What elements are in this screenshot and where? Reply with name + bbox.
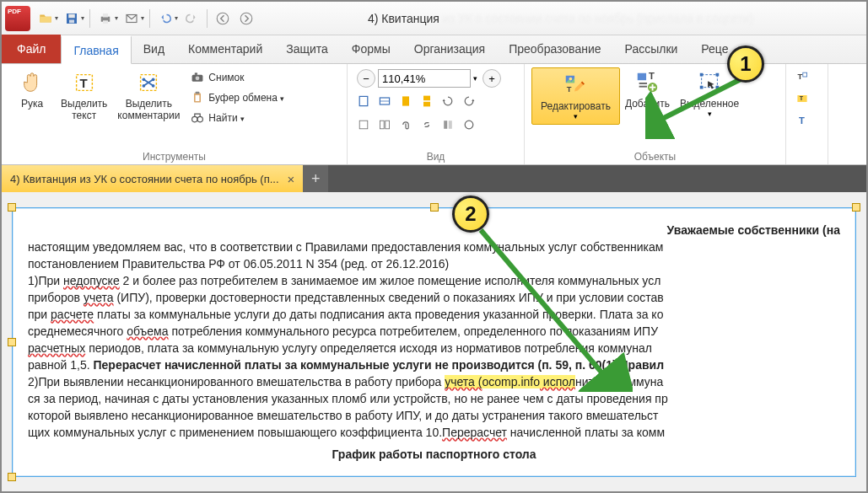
svg-rect-2 — [69, 19, 74, 23]
view-btn-c[interactable] — [439, 115, 457, 134]
svg-point-17 — [196, 76, 200, 80]
layout-continuous-button[interactable] — [418, 92, 436, 110]
svg-rect-18 — [195, 72, 197, 74]
group-label: Инструменты — [8, 149, 340, 163]
zoom-out-button[interactable]: − — [357, 69, 375, 88]
window-title: 4) Квитанция из УК о состоянии счета по … — [258, 12, 863, 25]
misc-button-b[interactable]: T — [793, 89, 811, 108]
svg-rect-49 — [803, 72, 807, 77]
qat-undo-button[interactable] — [155, 8, 175, 29]
misc-button-c[interactable]: T — [793, 111, 811, 130]
chevron-down-icon: ▾ — [240, 115, 245, 123]
select-comments-button[interactable]: Выделить комментарии — [112, 67, 185, 123]
svg-rect-20 — [196, 92, 200, 94]
qat-print-button[interactable] — [95, 8, 116, 29]
chevron-down-icon: ▾ — [81, 14, 84, 22]
edit-objects-button[interactable]: T Редактировать ▾ — [531, 67, 620, 125]
rotate-left-button[interactable] — [439, 92, 457, 110]
selection-handle[interactable] — [8, 338, 16, 346]
tab-organize[interactable]: Организация — [402, 35, 497, 63]
tab-protect[interactable]: Защита — [274, 35, 340, 63]
tab-comment[interactable]: Комментарий — [176, 35, 274, 63]
svg-rect-24 — [359, 96, 368, 105]
app-icon — [5, 6, 30, 31]
svg-rect-4 — [103, 13, 108, 18]
zoom-in-button[interactable]: + — [483, 69, 501, 88]
chevron-down-icon: ▾ — [55, 14, 58, 22]
qat-save-button[interactable] — [62, 8, 82, 29]
svg-rect-5 — [103, 20, 108, 24]
svg-rect-1 — [68, 13, 75, 18]
view-btn-a[interactable] — [354, 115, 373, 134]
tab-view[interactable]: Вид — [132, 35, 176, 63]
doc-line: ся за период, начиная с даты установлени… — [28, 390, 840, 407]
chevron-down-icon: ▾ — [574, 112, 578, 121]
doc-line: расчетных периодов, плата за коммунальну… — [28, 340, 840, 356]
rotate-right-button[interactable] — [460, 92, 478, 110]
document-tab[interactable]: 4) Квитанция из УК о состоянии счета по … — [2, 165, 303, 192]
tab-home[interactable]: Главная — [61, 35, 131, 64]
selection-handle[interactable] — [852, 203, 860, 212]
attach-button[interactable] — [396, 115, 415, 134]
group-label: Объекты — [531, 149, 779, 163]
page-selection-frame[interactable]: Уважаемые собственники (на настоящим уве… — [12, 207, 856, 477]
edit-icon: T — [562, 72, 589, 99]
svg-rect-29 — [359, 121, 368, 129]
view-btn-d[interactable] — [460, 115, 478, 134]
chevron-down-icon: ▾ — [280, 94, 284, 103]
qat-redo-button[interactable] — [181, 8, 202, 29]
selection-handle[interactable] — [430, 203, 439, 212]
callout-badge-1: 1 — [727, 46, 764, 83]
tab-mailings[interactable]: Рассылки — [613, 35, 690, 63]
qat-open-button[interactable] — [35, 8, 56, 29]
group-tools: Рука T Выделить текст Выделить комментар… — [2, 64, 348, 164]
selection-icon — [696, 69, 723, 96]
selection-handle[interactable] — [8, 203, 16, 212]
svg-rect-21 — [196, 95, 200, 101]
tab-file[interactable]: Файл — [2, 35, 61, 63]
svg-rect-33 — [449, 121, 452, 129]
find-button[interactable]: Найти ▾ — [190, 109, 284, 127]
fit-width-button[interactable] — [375, 92, 394, 110]
svg-rect-45 — [716, 73, 720, 77]
select-text-button[interactable]: T Выделить текст — [56, 67, 112, 123]
document-area[interactable]: Уважаемые собственники (на настоящим уве… — [2, 192, 866, 491]
new-tab-button[interactable]: + — [303, 165, 328, 192]
svg-point-15 — [152, 84, 155, 88]
hand-tool-button[interactable]: Рука — [8, 67, 56, 111]
add-object-button[interactable]: T Добавить ▾ — [620, 67, 675, 120]
layout-single-button[interactable] — [396, 92, 415, 110]
selection-handle[interactable] — [8, 473, 16, 481]
zoom-input[interactable] — [378, 69, 471, 88]
page-text[interactable]: Уважаемые собственники (на настоящим уве… — [28, 222, 840, 468]
qat-next-button[interactable] — [236, 8, 256, 29]
svg-rect-28 — [423, 102, 430, 107]
snapshot-button[interactable]: Снимок — [190, 68, 284, 87]
clipboard-icon — [190, 90, 205, 105]
doc-line: 2)При выявлении несанкционированного вме… — [28, 373, 840, 390]
view-btn-b[interactable] — [375, 115, 394, 134]
chevron-down-icon[interactable]: ▾ — [473, 74, 477, 83]
svg-rect-30 — [380, 121, 384, 129]
tab-convert[interactable]: Преобразование — [497, 35, 612, 63]
svg-rect-47 — [716, 86, 720, 89]
doc-heading: Уважаемые собственники (на — [28, 222, 840, 238]
doc-line: 1)При недопуске 2 и более раз потребител… — [28, 272, 840, 289]
svg-text:T: T — [567, 85, 572, 94]
misc-button-a[interactable]: T — [793, 67, 811, 86]
clipboard-button[interactable]: Буфер обмена ▾ — [190, 88, 284, 107]
camera-icon — [190, 70, 205, 85]
doc-line: которой выявлено несанкционированное вме… — [28, 407, 840, 424]
close-tab-button[interactable]: × — [288, 172, 295, 186]
svg-point-13 — [152, 78, 155, 81]
tab-forms[interactable]: Формы — [340, 35, 402, 63]
qat-mail-button[interactable] — [121, 8, 142, 29]
fit-page-button[interactable] — [354, 92, 373, 110]
chevron-down-icon: ▾ — [115, 14, 118, 22]
add-icon: T — [633, 69, 660, 96]
qat-prev-button[interactable] — [213, 8, 233, 29]
doc-subheading: График работы паспортного стола — [28, 446, 840, 463]
svg-point-36 — [569, 78, 573, 81]
link-button[interactable] — [418, 115, 436, 134]
chevron-down-icon: ▾ — [141, 14, 144, 22]
